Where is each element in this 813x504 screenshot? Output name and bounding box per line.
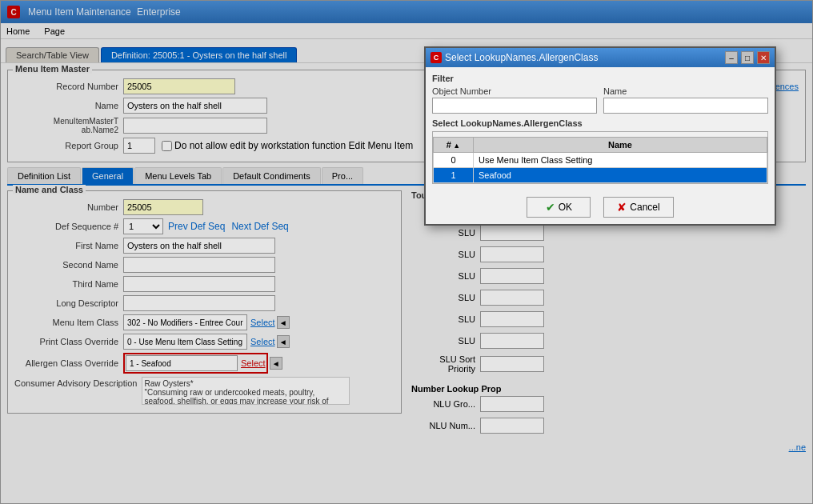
name-filter-label: Name <box>603 86 768 96</box>
modal-title-text: Select LookupNames.AllergenClass <box>445 52 598 63</box>
row-name: Use Menu Item Class Setting <box>474 153 767 168</box>
cancel-label: Cancel <box>630 202 659 213</box>
name-filter-input[interactable] <box>603 98 768 114</box>
object-number-label: Object Number <box>432 86 597 96</box>
lookup-table-row[interactable]: 1Seafood <box>434 168 767 183</box>
lookup-table-container[interactable]: # Name 0Use Menu Item Class Setting1Seaf… <box>432 131 768 184</box>
object-number-input[interactable] <box>432 98 597 114</box>
modal-icon: C <box>431 52 442 63</box>
modal-maximize-btn[interactable]: □ <box>741 51 754 64</box>
modal-title-left: C Select LookupNames.AllergenClass <box>431 52 598 63</box>
table-section-title: Select LookupNames.AllergenClass <box>432 118 768 128</box>
modal-body: Filter Object Number Name Select LookupN… <box>426 67 775 190</box>
lookup-table-row[interactable]: 0Use Menu Item Class Setting <box>434 153 767 168</box>
filter-row: Object Number Name <box>432 86 768 114</box>
row-hash: 0 <box>434 153 474 168</box>
modal-title-bar: C Select LookupNames.AllergenClass – □ ✕ <box>426 48 775 67</box>
modal-footer: ✔ OK ✘ Cancel <box>426 190 775 224</box>
ok-icon: ✔ <box>546 201 555 214</box>
col-header-name[interactable]: Name <box>474 138 767 153</box>
modal-controls: – □ ✕ <box>725 51 770 64</box>
ok-label: OK <box>559 202 572 213</box>
filter-section-title: Filter <box>432 74 768 83</box>
modal-minimize-btn[interactable]: – <box>725 51 738 64</box>
modal-dialog: C Select LookupNames.AllergenClass – □ ✕… <box>424 46 776 226</box>
cancel-icon: ✘ <box>617 201 627 214</box>
row-hash: 1 <box>434 168 474 183</box>
row-name: Seafood <box>474 168 767 183</box>
filter-object-col: Object Number <box>432 86 597 114</box>
modal-close-btn[interactable]: ✕ <box>757 51 770 64</box>
filter-name-col: Name <box>603 86 768 114</box>
ok-button[interactable]: ✔ OK <box>527 197 591 218</box>
col-header-hash[interactable]: # <box>434 138 474 153</box>
cancel-button[interactable]: ✘ Cancel <box>603 197 673 218</box>
lookup-table: # Name 0Use Menu Item Class Setting1Seaf… <box>433 137 767 183</box>
